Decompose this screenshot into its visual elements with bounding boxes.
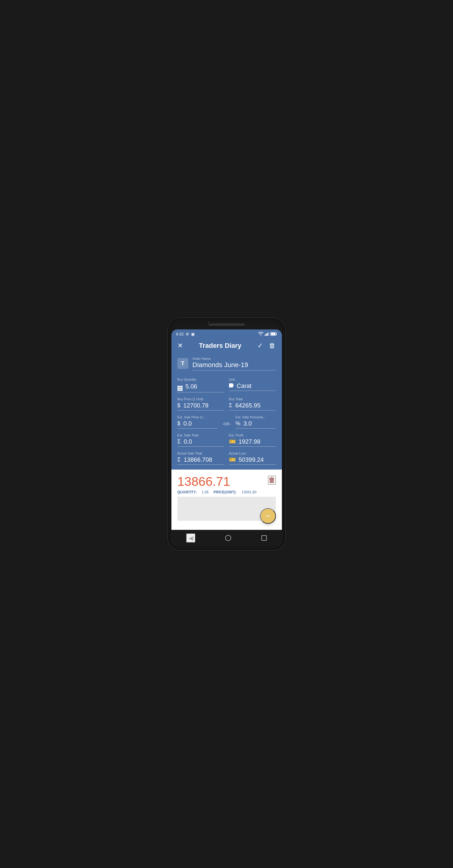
- sigma-icon-3: Σ: [177, 457, 181, 463]
- fab-minus-button[interactable]: −: [260, 508, 276, 524]
- buy-price-value: 12700.78: [183, 402, 208, 409]
- close-button[interactable]: ✕: [177, 342, 183, 350]
- actual-loss-label: Actual Loss: [229, 452, 276, 455]
- unit-label: Unit: [229, 378, 276, 381]
- nav-recents-button[interactable]: [261, 535, 267, 541]
- buy-total-label: Buy Total: [229, 397, 276, 401]
- est-sale-price-value: 0.0: [183, 420, 192, 427]
- form-section: Buy Quantity 5.06 Unit: [171, 375, 282, 470]
- signal-icon: [265, 332, 269, 336]
- buy-total-input-row: Σ 64265.95: [229, 402, 276, 410]
- est-profit-input-row: 🎫 1927.98: [229, 438, 276, 447]
- est-sale-total-input-row: Σ 0.0: [177, 438, 224, 447]
- sale-delete-button[interactable]: 🗑: [268, 475, 276, 485]
- actual-loss-value: 50399.24: [239, 456, 264, 463]
- est-sale-percent-field: Est. Sale Percenta... % 3.0: [236, 415, 276, 429]
- form-row-2: Buy Price (1 Unit) $ 12700.78 Buy Total …: [177, 397, 276, 410]
- buy-price-label: Buy Price (1 Unit): [177, 397, 224, 401]
- actual-loss-field: Actual Loss 🎫 50399.24: [229, 452, 276, 465]
- sale-details: Quantity: 1.06 Price(Unit): 13081.80: [177, 490, 276, 494]
- screen: 6:32 ⚙ ▣: [171, 330, 282, 545]
- status-right: [258, 332, 277, 336]
- est-sale-total-label: Est. Sale Total: [177, 433, 224, 437]
- form-row-3: Est. Sale Price (1... $ 0.0 -OR- Est. Sa…: [177, 415, 276, 429]
- settings-icon: ⚙: [186, 332, 189, 336]
- buy-quantity-input-row[interactable]: 5.06: [177, 382, 224, 393]
- percent-icon: %: [236, 421, 240, 427]
- header-actions: ✓ 🗑: [257, 342, 276, 350]
- est-profit-value: 1927.98: [239, 438, 260, 445]
- buy-price-field: Buy Price (1 Unit) $ 12700.78: [177, 397, 224, 410]
- nav-back-button[interactable]: ◀: [186, 533, 195, 542]
- svg-rect-2: [271, 333, 275, 335]
- status-left: 6:32 ⚙ ▣: [176, 332, 195, 336]
- app-title: Traders Diary: [199, 342, 242, 350]
- order-avatar: T: [177, 358, 188, 369]
- battery-icon: [271, 332, 277, 336]
- order-name-section: T Order Name Diamonds June-19: [171, 354, 282, 375]
- actual-sale-total-label: Actual Sale Total: [177, 452, 224, 455]
- est-sale-price-input-row[interactable]: $ 0.0: [177, 420, 218, 429]
- form-row-5: Actual Sale Total Σ 13866.708 Actual Los…: [177, 452, 276, 465]
- confirm-button[interactable]: ✓: [257, 342, 263, 350]
- phone-shell: 6:32 ⚙ ▣: [168, 318, 285, 550]
- actual-sale-total-input-row: Σ 13866.708: [177, 456, 224, 465]
- buy-quantity-label: Buy Quantity: [177, 378, 224, 381]
- actual-sale-total-field: Actual Sale Total Σ 13866.708: [177, 452, 224, 465]
- sigma-icon-2: Σ: [177, 438, 181, 445]
- unit-value: Carat: [237, 382, 252, 390]
- actual-loss-input-row: 🎫 50399.24: [229, 456, 276, 465]
- order-name-value[interactable]: Diamonds June-19: [193, 361, 276, 370]
- sale-amount: 13866.71: [177, 474, 276, 489]
- sale-price-label: Price(Unit):: [214, 490, 236, 494]
- unit-field: Unit Carat: [229, 378, 276, 393]
- buy-total-value: 64265.95: [235, 402, 260, 409]
- top-bar: ✕ Traders Diary ✓ 🗑: [171, 339, 282, 354]
- buy-quantity-field: Buy Quantity 5.06: [177, 378, 224, 393]
- unit-input-row[interactable]: Carat: [229, 382, 276, 391]
- est-sale-percent-input-row[interactable]: % 3.0: [236, 420, 276, 429]
- sim-icon: ▣: [191, 332, 195, 336]
- sale-quantity-label: Quantity:: [177, 490, 197, 494]
- est-sale-percent-label: Est. Sale Percenta...: [236, 415, 276, 419]
- actual-sale-total-value: 13866.708: [184, 456, 213, 463]
- est-sale-price-label: Est. Sale Price (1...: [177, 415, 218, 419]
- est-sale-total-field: Est. Sale Total Σ 0.0: [177, 433, 224, 447]
- form-row-4: Est. Sale Total Σ 0.0 Est. Profit 🎫 1927…: [177, 433, 276, 447]
- dollar-icon-1: $: [177, 402, 180, 409]
- camera: [207, 320, 210, 324]
- est-sale-price-field: Est. Sale Price (1... $ 0.0: [177, 415, 218, 429]
- or-separator: -OR-: [222, 422, 231, 429]
- fab-icon: −: [265, 512, 270, 520]
- order-name-label: Order Name: [193, 357, 276, 361]
- time: 6:32: [176, 332, 184, 336]
- est-sale-percent-value: 3.0: [244, 420, 252, 427]
- status-bar: 6:32 ⚙ ▣: [171, 330, 282, 339]
- svg-rect-1: [276, 333, 277, 335]
- est-profit-field: Est. Profit 🎫 1927.98: [229, 433, 276, 447]
- ticket-icon-1: 🎫: [229, 438, 236, 445]
- order-name-field: Order Name Diamonds June-19: [193, 357, 276, 370]
- est-profit-label: Est. Profit: [229, 433, 276, 437]
- buy-quantity-value: 5.06: [186, 383, 197, 390]
- est-sale-total-value: 0.0: [184, 438, 192, 445]
- grid-icon: [177, 382, 182, 391]
- sale-quantity-value: 1.06: [202, 490, 208, 494]
- wifi-icon: [258, 332, 263, 336]
- ticket-icon-2: 🎫: [229, 456, 236, 463]
- sale-price-value: 13081.80: [242, 490, 257, 494]
- header-delete-button[interactable]: 🗑: [269, 342, 276, 350]
- form-row-1: Buy Quantity 5.06 Unit: [177, 378, 276, 393]
- dollar-icon-2: $: [177, 421, 180, 427]
- bottom-section: 13866.71 Quantity: 1.06 Price(Unit): 130…: [171, 470, 282, 530]
- tag-icon: [229, 383, 234, 389]
- nav-bar: ◀: [171, 530, 282, 545]
- nav-home-button[interactable]: [225, 535, 231, 541]
- buy-total-field: Buy Total Σ 64265.95: [229, 397, 276, 410]
- sigma-icon-1: Σ: [229, 402, 232, 409]
- buy-price-input-row[interactable]: $ 12700.78: [177, 402, 224, 410]
